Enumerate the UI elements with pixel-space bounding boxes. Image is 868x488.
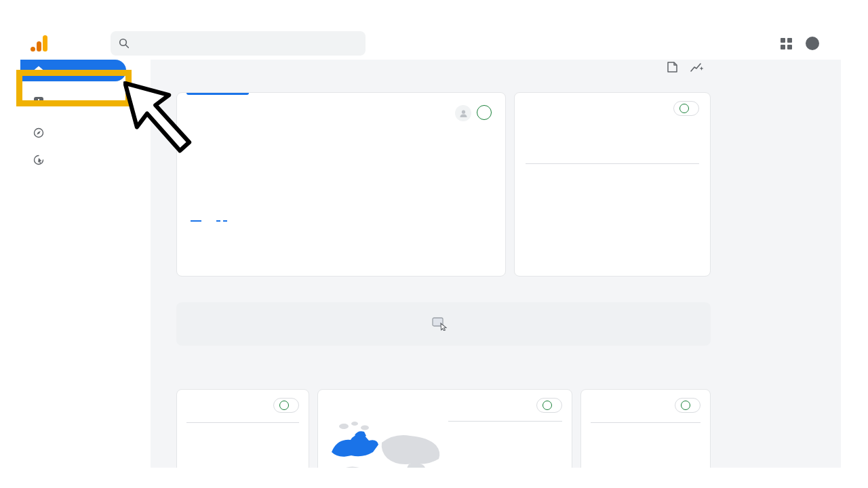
card-quality-dropdown[interactable] bbox=[675, 398, 701, 413]
metrics-row bbox=[191, 104, 492, 121]
realtime-quality-dropdown[interactable] bbox=[673, 101, 699, 116]
card-quality-dropdown[interactable] bbox=[273, 398, 299, 413]
search-icon bbox=[119, 38, 130, 49]
date-range-dropdown[interactable] bbox=[191, 231, 193, 241]
active-users-line-chart bbox=[191, 127, 492, 203]
ads-icon bbox=[33, 154, 45, 166]
recommended-card-countries bbox=[317, 389, 572, 468]
check-circle-icon bbox=[542, 401, 552, 410]
column-header-city[interactable] bbox=[526, 152, 528, 160]
property-selector[interactable] bbox=[84, 37, 86, 49]
view-realtime-link[interactable] bbox=[695, 260, 699, 269]
recommended-card-views bbox=[176, 389, 309, 468]
account-switcher[interactable] bbox=[84, 37, 86, 49]
check-circle-icon bbox=[279, 401, 289, 410]
metric-event-count[interactable] bbox=[276, 104, 322, 121]
chart-legend bbox=[191, 220, 492, 222]
overview-card bbox=[176, 92, 506, 277]
realtime-city-table bbox=[526, 152, 699, 164]
notes-icon[interactable] bbox=[666, 61, 678, 73]
world-map bbox=[328, 417, 441, 468]
ga4-home-screen bbox=[0, 0, 868, 488]
check-circle-icon bbox=[679, 104, 689, 113]
metric-active-users[interactable] bbox=[191, 104, 261, 121]
realtime-card bbox=[514, 92, 711, 277]
metric-key-events[interactable] bbox=[337, 104, 380, 121]
report-snapshot-link[interactable] bbox=[488, 231, 492, 241]
insights-icon[interactable] bbox=[690, 61, 704, 73]
cursor-arrow-annotation bbox=[123, 81, 193, 163]
recommended-card-sessions bbox=[580, 389, 711, 468]
dashed-line-swatch bbox=[216, 220, 227, 222]
card-quality-dropdown[interactable] bbox=[536, 398, 562, 413]
solid-line-swatch bbox=[191, 220, 201, 222]
audience-disabled-icon bbox=[455, 105, 471, 121]
main-content bbox=[151, 60, 841, 468]
top-app-bar bbox=[20, 27, 841, 60]
search-input[interactable] bbox=[136, 39, 357, 49]
analytics-logo-icon bbox=[30, 35, 47, 52]
active-tab-indicator bbox=[186, 93, 249, 95]
data-quality-check-icon[interactable] bbox=[477, 105, 492, 120]
y-axis-labels bbox=[470, 127, 494, 203]
x-axis-labels bbox=[191, 203, 492, 219]
apps-grid-icon[interactable] bbox=[781, 38, 792, 49]
help-icon[interactable] bbox=[806, 37, 819, 50]
column-header-active-users[interactable] bbox=[697, 152, 699, 160]
cursor-click-icon bbox=[432, 317, 448, 331]
recent-empty-panel bbox=[176, 302, 711, 346]
metric-new-users[interactable] bbox=[395, 104, 451, 121]
highlight-box-annotation bbox=[16, 70, 132, 106]
explore-icon bbox=[33, 127, 45, 139]
line-chart-plot bbox=[191, 127, 475, 203]
check-circle-icon bbox=[681, 401, 690, 410]
per-minute-bar-chart bbox=[526, 124, 699, 146]
search-bar[interactable] bbox=[111, 31, 366, 56]
